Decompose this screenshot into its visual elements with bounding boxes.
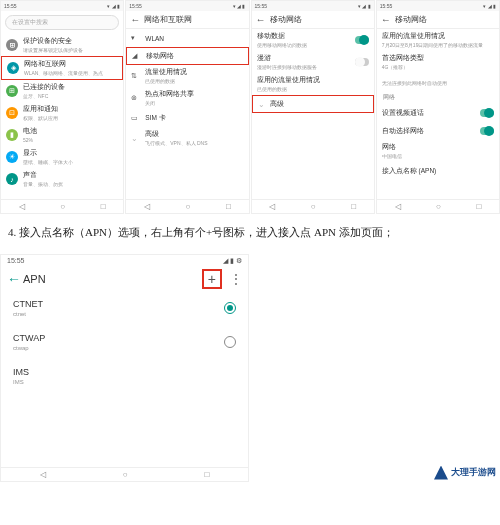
- header: ← 移动网络: [252, 11, 374, 29]
- back-arrow-icon[interactable]: ←: [7, 271, 23, 287]
- nav-recent-icon[interactable]: □: [101, 202, 106, 211]
- status-bar: 15:55 ▾ ◢ ▮: [1, 1, 123, 11]
- list-item[interactable]: ⊡ 应用和通知 权限、默认应用: [1, 102, 123, 124]
- nav-home-icon[interactable]: ○: [311, 202, 316, 211]
- network-screen: 15:55 ▾ ◢ ▮ ← 网络和互联网 ▾ WLAN ◢ 移动网络 ⇅ 流量使…: [125, 0, 249, 214]
- nav-home-icon[interactable]: ○: [60, 202, 65, 211]
- signal-icon: ◢: [132, 52, 146, 60]
- nav-home-icon[interactable]: ○: [186, 202, 191, 211]
- item-title: 已连接的设备: [23, 83, 118, 92]
- apn-title: CTNET: [13, 299, 224, 309]
- advanced-expand[interactable]: ⌄ 高级 飞行模式、VPN、私人 DNS: [126, 127, 248, 149]
- list-item[interactable]: ♪ 声音 音量、振动、勿扰: [1, 168, 123, 190]
- devices-icon: ⊞: [6, 85, 18, 97]
- toggle-off[interactable]: [355, 58, 369, 66]
- list-item[interactable]: 设置视频通话: [377, 104, 499, 122]
- status-icons: ▾ ◢ ▮: [233, 3, 246, 9]
- status-time: 15:55: [380, 3, 393, 9]
- item-title: 高级: [145, 130, 243, 139]
- page-title: APN: [23, 273, 202, 285]
- item-title: 设置视频通话: [382, 109, 480, 118]
- item-title: 流量使用情况: [145, 68, 243, 77]
- list-item[interactable]: ▾ WLAN: [126, 29, 248, 47]
- nav-home-icon[interactable]: ○: [123, 470, 128, 479]
- item-sub: 飞行模式、VPN、私人 DNS: [145, 140, 243, 146]
- toggle-on[interactable]: [480, 109, 494, 117]
- item-title: 热点和网络共享: [145, 90, 243, 99]
- toggle-on[interactable]: [355, 36, 369, 44]
- list-item[interactable]: 首选网络类型 4G（推荐）: [377, 51, 499, 73]
- more-icon[interactable]: ⋮: [230, 272, 242, 286]
- item-sub: 无法连接到此网络时自动使用: [382, 80, 494, 86]
- apn-sub: IMS: [13, 379, 236, 385]
- item-sub: 4G（推荐）: [382, 64, 494, 70]
- apn-item[interactable]: CTWAP ctwap: [1, 325, 248, 359]
- back-arrow-icon[interactable]: ←: [130, 14, 140, 25]
- nav-bar: ◁ ○ □: [1, 199, 123, 213]
- nav-back-icon[interactable]: ◁: [144, 202, 150, 211]
- list-item[interactable]: ⛨ 保护设备的安全 请设置屏幕锁定以保护设备: [1, 34, 123, 56]
- status-icons: ▾ ◢ ▮: [483, 3, 496, 9]
- apn-sub: ctnet: [13, 311, 224, 317]
- item-title: 移动网络: [146, 52, 242, 61]
- apps-icon: ⊡: [6, 107, 18, 119]
- section-label: 网络: [377, 91, 499, 104]
- back-arrow-icon[interactable]: ←: [256, 14, 266, 25]
- apn-title: CTWAP: [13, 333, 224, 343]
- back-arrow-icon[interactable]: ←: [381, 14, 391, 25]
- nav-recent-icon[interactable]: □: [476, 202, 481, 211]
- radio-unchecked[interactable]: [224, 336, 236, 348]
- list-item[interactable]: ⊞ 已连接的设备 蓝牙、NFC: [1, 80, 123, 102]
- brand-logo-icon: [434, 466, 448, 480]
- page-title: 移动网络: [395, 14, 427, 25]
- step-caption: 4. 接入点名称（APN）选项，右上角有个+号图标，进入接入点 APN 添加页面…: [0, 214, 500, 252]
- mobile-network-screen: 15:55 ▾ ◢ ▮ ← 移动网络 移动数据 使用移动网络访问数据 漫游 漫游…: [251, 0, 375, 214]
- add-apn-highlighted[interactable]: +: [202, 269, 222, 289]
- list-item[interactable]: ⊚ 热点和网络共享 关闭: [126, 87, 248, 109]
- item-title: 移动数据: [257, 32, 355, 41]
- chevron-down-icon: ⌄: [131, 134, 145, 143]
- sound-icon: ♪: [6, 173, 18, 185]
- item-sub: 已使用的数据: [257, 86, 369, 92]
- toggle-on[interactable]: [480, 127, 494, 135]
- status-bar: 15:55 ▾ ◢ ▮: [252, 1, 374, 11]
- list-item[interactable]: 漫游 漫游时连接到移动数据服务: [252, 51, 374, 73]
- list-item[interactable]: 网络 中国电信: [377, 140, 499, 162]
- list-item[interactable]: ▭ SIM 卡: [126, 109, 248, 127]
- page-title: 网络和互联网: [144, 14, 192, 25]
- item-sub: 使用移动网络访问数据: [257, 42, 355, 48]
- nav-back-icon[interactable]: ◁: [40, 470, 46, 479]
- nav-back-icon[interactable]: ◁: [269, 202, 275, 211]
- list-item[interactable]: 应用的流量使用情况 7月20日至8月19日期间使用了的移动数据流量: [377, 29, 499, 51]
- nav-recent-icon[interactable]: □: [205, 470, 210, 479]
- apn-sub: ctwap: [13, 345, 224, 351]
- status-bar: 15:55 ▾ ◢ ▮: [126, 1, 248, 11]
- list-item[interactable]: 应用的流量使用情况 已使用的数据: [252, 73, 374, 95]
- search-input[interactable]: 在设置中搜索: [5, 15, 119, 30]
- nav-recent-icon[interactable]: □: [351, 202, 356, 211]
- apn-screen: 15:55 ◢ ▮ ⚙ ← APN + ⋮ CTNET ctnet CTWAP …: [0, 254, 249, 482]
- apn-item[interactable]: 接入点名称 (APN): [377, 162, 499, 180]
- apn-item[interactable]: CTNET ctnet: [1, 291, 248, 325]
- list-item[interactable]: ▮ 电池 52%: [1, 124, 123, 146]
- nav-back-icon[interactable]: ◁: [395, 202, 401, 211]
- list-item[interactable]: ⇅ 流量使用情况 已使用的数据: [126, 65, 248, 87]
- list-item[interactable]: 自动选择网络: [377, 122, 499, 140]
- item-title: SIM 卡: [145, 114, 243, 123]
- header: ← 移动网络: [377, 11, 499, 29]
- radio-checked[interactable]: [224, 302, 236, 314]
- data-icon: ⇅: [131, 72, 145, 80]
- list-item[interactable]: ☀ 显示 壁纸、睡眠、字体大小: [1, 146, 123, 168]
- wifi-icon: ◈: [7, 62, 19, 74]
- nav-home-icon[interactable]: ○: [436, 202, 441, 211]
- mobile-network-item-highlighted[interactable]: ◢ 移动网络: [126, 47, 248, 65]
- network-item-highlighted[interactable]: ◈ 网络和互联网 WLAN、移动网络、流量使用、热点: [1, 56, 123, 80]
- list-item[interactable]: 移动数据 使用移动网络访问数据: [252, 29, 374, 51]
- nav-recent-icon[interactable]: □: [226, 202, 231, 211]
- nav-back-icon[interactable]: ◁: [19, 202, 25, 211]
- settings-screen: 15:55 ▾ ◢ ▮ 在设置中搜索 ⛨ 保护设备的安全 请设置屏幕锁定以保护设…: [0, 0, 124, 214]
- item-title: 漫游: [257, 54, 355, 63]
- advanced-item-highlighted[interactable]: ⌄ 高级: [252, 95, 374, 113]
- item-title: 声音: [23, 171, 118, 180]
- apn-item[interactable]: IMS IMS: [1, 359, 248, 393]
